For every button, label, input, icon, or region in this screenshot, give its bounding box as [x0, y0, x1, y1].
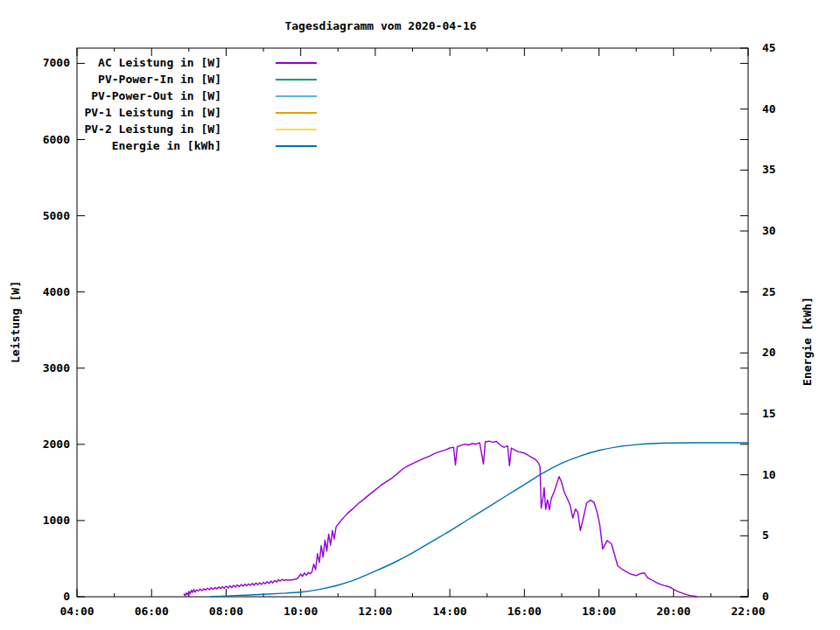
- svg-text:5000: 5000: [43, 209, 70, 222]
- svg-text:22:00: 22:00: [731, 605, 765, 618]
- svg-text:20:00: 20:00: [656, 605, 690, 618]
- series-energie-in-kwh-: [211, 443, 748, 597]
- svg-text:18:00: 18:00: [582, 605, 616, 618]
- svg-text:40: 40: [762, 102, 776, 116]
- svg-text:04:00: 04:00: [60, 605, 94, 618]
- svg-text:35: 35: [762, 163, 776, 176]
- svg-text:45: 45: [762, 41, 776, 54]
- svg-text:1000: 1000: [43, 514, 70, 527]
- series-ac-leistung-in-w-: [184, 441, 696, 597]
- svg-text:15: 15: [762, 407, 776, 420]
- svg-text:3000: 3000: [43, 361, 70, 374]
- svg-text:2000: 2000: [43, 438, 70, 451]
- svg-text:30: 30: [762, 224, 776, 237]
- svg-text:08:00: 08:00: [209, 605, 243, 618]
- chart-plot-area: 04:0006:0008:0010:0012:0014:0016:0018:00…: [0, 0, 840, 630]
- svg-text:0: 0: [63, 590, 70, 603]
- svg-text:25: 25: [762, 285, 776, 298]
- svg-text:0: 0: [762, 590, 769, 603]
- svg-text:06:00: 06:00: [135, 605, 169, 618]
- gnuplot-chart: Tagesdiagramm vom 2020-04-16 Leistung [W…: [0, 0, 840, 630]
- svg-text:4000: 4000: [43, 285, 70, 298]
- svg-text:6000: 6000: [43, 133, 70, 146]
- svg-text:20: 20: [762, 346, 776, 359]
- svg-text:5: 5: [762, 528, 769, 542]
- svg-text:10:00: 10:00: [284, 605, 318, 618]
- svg-text:7000: 7000: [43, 56, 70, 69]
- svg-text:14:00: 14:00: [433, 605, 467, 618]
- svg-text:10: 10: [762, 468, 776, 481]
- svg-text:16:00: 16:00: [508, 605, 542, 618]
- svg-text:12:00: 12:00: [358, 605, 392, 618]
